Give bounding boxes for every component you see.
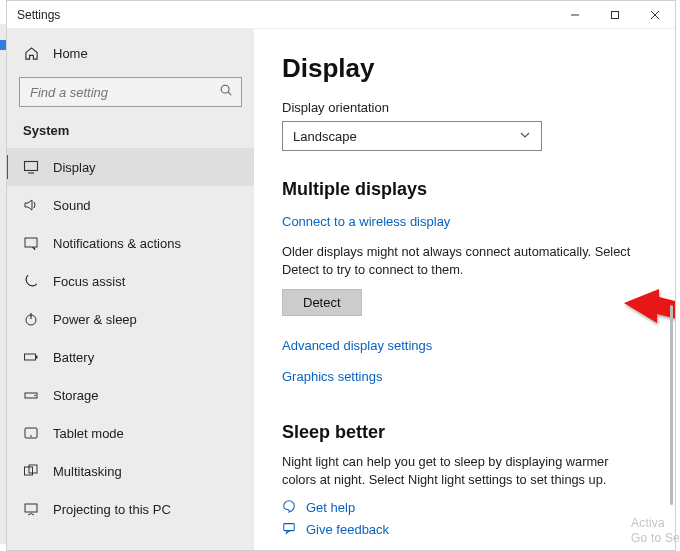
search-wrap: [7, 71, 254, 117]
orientation-value: Landscape: [293, 129, 357, 144]
sidebar-item-label: Focus assist: [53, 274, 125, 289]
svg-rect-1: [612, 11, 619, 18]
sidebar-item-label: Sound: [53, 198, 91, 213]
power-icon: [23, 311, 39, 327]
search-input[interactable]: [28, 84, 219, 101]
storage-icon: [23, 387, 39, 403]
svg-point-14: [34, 395, 36, 397]
titlebar: Settings: [7, 1, 675, 29]
advanced-display-link[interactable]: Advanced display settings: [282, 338, 432, 353]
close-icon: [650, 10, 660, 20]
get-help-link[interactable]: Get help: [306, 500, 355, 515]
orientation-label: Display orientation: [282, 100, 647, 115]
detect-button[interactable]: Detect: [282, 289, 362, 316]
sleep-better-heading: Sleep better: [282, 422, 647, 443]
sidebar-item-projecting[interactable]: Projecting to this PC: [7, 490, 254, 528]
search-icon: [219, 83, 233, 101]
sidebar-nav: Display Sound Notifications & actions Fo…: [7, 148, 254, 528]
sidebar-item-battery[interactable]: Battery: [7, 338, 254, 376]
sidebar-item-label: Display: [53, 160, 96, 175]
sidebar-group-title: System: [7, 117, 254, 148]
help-icon: [282, 499, 296, 517]
sidebar-item-display[interactable]: Display: [7, 148, 254, 186]
close-button[interactable]: [635, 1, 675, 29]
display-icon: [23, 159, 39, 175]
scrollbar-thumb[interactable]: [670, 305, 673, 505]
graphics-settings-link[interactable]: Graphics settings: [282, 369, 382, 384]
give-feedback-link[interactable]: Give feedback: [306, 522, 389, 537]
feedback-icon: [282, 521, 296, 539]
sidebar-item-notifications[interactable]: Notifications & actions: [7, 224, 254, 262]
activation-watermark: Activa Go to Se: [631, 516, 680, 545]
window-body: Home System Display Sound: [7, 29, 675, 550]
maximize-button[interactable]: [595, 1, 635, 29]
content-pane: Display Display orientation Landscape Mu…: [254, 29, 675, 550]
svg-rect-20: [284, 523, 295, 530]
maximize-icon: [610, 10, 620, 20]
svg-rect-11: [25, 354, 36, 360]
wireless-display-link[interactable]: Connect to a wireless display: [282, 214, 450, 229]
sidebar-item-tablet-mode[interactable]: Tablet mode: [7, 414, 254, 452]
home-icon: [23, 46, 39, 61]
chevron-down-icon: [519, 129, 531, 144]
svg-point-4: [221, 85, 229, 93]
sidebar-item-storage[interactable]: Storage: [7, 376, 254, 414]
sleep-better-text: Night light can help you get to sleep by…: [282, 453, 642, 489]
svg-rect-6: [25, 162, 38, 171]
home-label: Home: [53, 46, 88, 61]
sidebar-item-multitasking[interactable]: Multitasking: [7, 452, 254, 490]
page-heading: Display: [282, 53, 647, 84]
notifications-icon: [23, 235, 39, 251]
multiple-displays-heading: Multiple displays: [282, 179, 647, 200]
minimize-button[interactable]: [555, 1, 595, 29]
focus-assist-icon: [23, 273, 39, 289]
sidebar-item-label: Battery: [53, 350, 94, 365]
orientation-select[interactable]: Landscape: [282, 121, 542, 151]
sidebar: Home System Display Sound: [7, 29, 254, 550]
svg-rect-19: [25, 504, 37, 512]
sidebar-item-label: Multitasking: [53, 464, 122, 479]
sidebar-item-power-sleep[interactable]: Power & sleep: [7, 300, 254, 338]
give-feedback-row[interactable]: Give feedback: [282, 521, 647, 539]
svg-line-5: [228, 92, 231, 95]
multitasking-icon: [23, 463, 39, 479]
sidebar-item-label: Power & sleep: [53, 312, 137, 327]
sidebar-item-focus-assist[interactable]: Focus assist: [7, 262, 254, 300]
window-title: Settings: [7, 8, 60, 22]
sidebar-item-label: Notifications & actions: [53, 236, 181, 251]
minimize-icon: [570, 10, 580, 20]
tablet-icon: [23, 425, 39, 441]
projecting-icon: [23, 501, 39, 517]
sidebar-item-label: Tablet mode: [53, 426, 124, 441]
sound-icon: [23, 197, 39, 213]
search-box[interactable]: [19, 77, 242, 107]
home-link[interactable]: Home: [7, 35, 254, 71]
sidebar-item-label: Projecting to this PC: [53, 502, 171, 517]
svg-rect-8: [25, 238, 37, 247]
svg-rect-12: [36, 356, 38, 359]
sidebar-item-sound[interactable]: Sound: [7, 186, 254, 224]
sidebar-item-label: Storage: [53, 388, 99, 403]
battery-icon: [23, 349, 39, 365]
get-help-row[interactable]: Get help: [282, 499, 647, 517]
older-displays-text: Older displays might not always connect …: [282, 243, 642, 279]
settings-window: Settings Home: [6, 0, 676, 551]
